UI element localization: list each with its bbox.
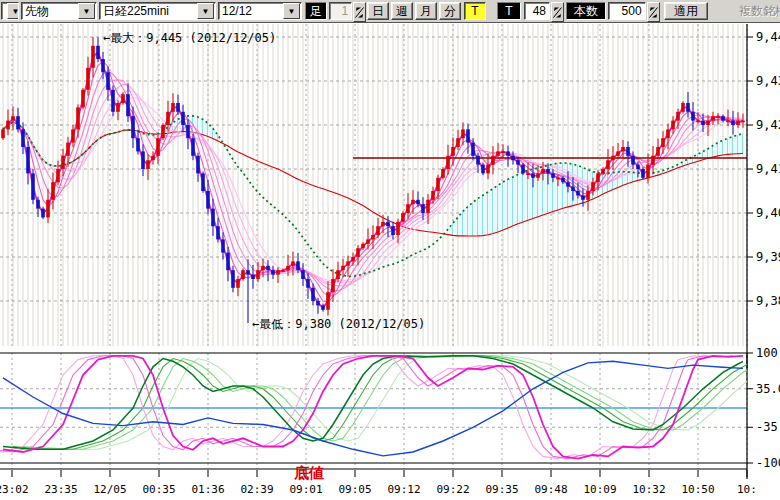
period-week-button[interactable]: 週 bbox=[391, 2, 413, 20]
symbol-select[interactable]: 日経225mini ▼ bbox=[99, 2, 216, 20]
price-tick-label: 9,445 bbox=[756, 30, 780, 44]
chart-area: 9,4459,4359,4259,4159,4059,3959,385←最大：9… bbox=[0, 22, 780, 500]
time-tick-label: 10:09 bbox=[583, 483, 616, 496]
oscillator-tick-label: -100.00 bbox=[756, 456, 780, 470]
price-tick-label: 9,395 bbox=[756, 250, 780, 264]
chevron-down-icon[interactable]: ▼ bbox=[197, 3, 214, 19]
price-tick-label: 9,415 bbox=[756, 162, 780, 176]
oscillator-tick-label: 35.00 bbox=[756, 382, 780, 396]
price-tick-label: 9,385 bbox=[756, 294, 780, 308]
spinner-icon[interactable] bbox=[551, 2, 564, 22]
time-tick-label: 23:35 bbox=[44, 483, 77, 496]
time-tick-label: 09:48 bbox=[534, 483, 567, 496]
chevron-down-icon[interactable]: ▼ bbox=[78, 3, 95, 19]
time-tick-label: 10:50 bbox=[681, 483, 714, 496]
period-month-button[interactable]: 月 bbox=[415, 2, 437, 20]
date-select[interactable]: 12/12 ▼ bbox=[218, 2, 302, 20]
time-tick-label: 23:02 bbox=[0, 483, 29, 496]
ashi-button[interactable]: 足 bbox=[305, 2, 327, 20]
time-tick-label: 09:35 bbox=[485, 483, 518, 496]
time-tick-label: 09:05 bbox=[338, 483, 371, 496]
interval-value: 1 bbox=[329, 2, 352, 20]
time-tick-label: 09:22 bbox=[436, 483, 469, 496]
toolbar: ▼ 先物 ▼ 日経225mini ▼ 12/12 ▼ 足 1 日 週 月 分 T… bbox=[0, 0, 780, 23]
time-tick-label: 00:35 bbox=[142, 483, 175, 496]
period-day-button[interactable]: 日 bbox=[367, 2, 389, 20]
honsu-button[interactable]: 本数 bbox=[566, 2, 606, 20]
apply-button[interactable]: 適用 bbox=[664, 2, 708, 20]
honsu-spinner[interactable]: 500 bbox=[608, 2, 660, 20]
interval-spinner[interactable]: 1 bbox=[329, 2, 366, 20]
oscillator-tick-label: -35.00 bbox=[756, 420, 780, 434]
time-tick-label: 10:32 bbox=[632, 483, 665, 496]
time-tick-label: 01:36 bbox=[191, 483, 224, 496]
min-annotation: ←最低：9,380 (2012/12/05) bbox=[252, 317, 425, 331]
symbol-type-value: 先物 bbox=[25, 3, 49, 20]
price-tick-label: 9,425 bbox=[756, 118, 780, 132]
chevron-down-icon[interactable]: ▼ bbox=[7, 3, 19, 19]
tick-count-spinner[interactable]: 48 bbox=[524, 2, 564, 20]
price-oscillator-chart[interactable]: 9,4459,4359,4259,4159,4059,3959,385←最大：9… bbox=[0, 22, 780, 500]
date-value: 12/12 bbox=[222, 4, 252, 18]
tick-count-value: 48 bbox=[524, 2, 550, 20]
spinner-icon[interactable] bbox=[647, 2, 660, 22]
price-tick-label: 9,405 bbox=[756, 206, 780, 220]
honsu-value: 500 bbox=[608, 2, 646, 20]
period-tick-button[interactable]: T bbox=[464, 2, 486, 20]
bottom-price-label: 底値 bbox=[293, 464, 324, 482]
multi-symbol-button[interactable]: 複数銘柄 bbox=[733, 2, 780, 20]
max-annotation: ←最大：9,445 (2012/12/05) bbox=[103, 31, 276, 45]
time-tick-label: 09:12 bbox=[387, 483, 420, 496]
symbol-value: 日経225mini bbox=[103, 3, 169, 20]
time-tick-label: 09:01 bbox=[289, 483, 322, 496]
time-tick-label: 10: bbox=[737, 483, 757, 496]
mini-dropdown[interactable]: ▼ bbox=[1, 2, 19, 20]
period-minute-button[interactable]: 分 bbox=[439, 2, 461, 20]
chevron-down-icon[interactable]: ▼ bbox=[283, 3, 300, 19]
time-tick-label: 12/05 bbox=[93, 483, 126, 496]
tick-mode-button[interactable]: T bbox=[497, 2, 521, 20]
price-tick-label: 9,435 bbox=[756, 74, 780, 88]
symbol-type-select[interactable]: 先物 ▼ bbox=[21, 2, 97, 20]
spinner-icon[interactable] bbox=[353, 2, 366, 22]
time-tick-label: 02:39 bbox=[240, 483, 273, 496]
oscillator-tick-label: 100.00 bbox=[756, 346, 780, 360]
